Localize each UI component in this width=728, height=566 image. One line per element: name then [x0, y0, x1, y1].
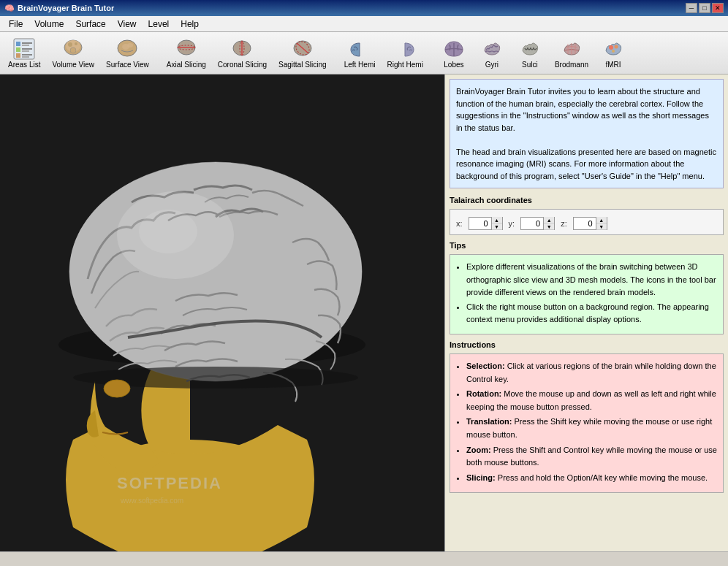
svg-point-29	[612, 50, 615, 53]
axial-slicing-icon	[175, 37, 198, 61]
close-button[interactable]: ✕	[712, 3, 724, 13]
maximize-button[interactable]: □	[699, 3, 710, 13]
coronal-slicing-label: Coronal Slicing	[218, 61, 267, 69]
svg-rect-4	[22, 42, 32, 44]
left-hemi-icon	[348, 37, 371, 61]
window-title: 🧠 BrainVoyager Brain Tutor	[4, 4, 114, 13]
sulci-button[interactable]: Sulci	[512, 34, 548, 72]
axial-slicing-button[interactable]: Axial Slicing	[162, 34, 211, 72]
surface-view-label: Surface View	[106, 61, 149, 69]
lobes-label: Lobes	[444, 61, 463, 69]
svg-rect-7	[22, 50, 29, 52]
z-spinners[interactable]: ▲ ▼	[596, 217, 607, 230]
status-bar	[0, 551, 728, 566]
info-box: BrainVoyager Brain Tutor invites you to …	[450, 79, 724, 188]
sulci-label: Sulci	[522, 61, 538, 69]
svg-rect-3	[16, 53, 20, 58]
fmri-icon	[602, 37, 625, 61]
svg-rect-9	[22, 56, 29, 58]
y-up[interactable]: ▲	[544, 217, 554, 223]
menu-surface[interactable]: Surface	[69, 18, 111, 31]
z-down[interactable]: ▼	[596, 223, 607, 230]
instructions-title: Instructions	[450, 340, 724, 349]
lobes-button[interactable]: Lobes	[436, 34, 472, 72]
areas-list-icon	[12, 37, 36, 61]
coronal-slicing-icon	[230, 37, 254, 61]
right-hemi-label: Right Hemi	[387, 61, 422, 69]
tips-box: Explore different visualizations of the …	[450, 254, 724, 334]
sulci-icon	[518, 37, 542, 61]
y-down[interactable]: ▼	[544, 223, 554, 230]
menu-file[interactable]: File	[3, 18, 29, 31]
sagittal-slicing-icon	[291, 37, 314, 61]
volume-view-button[interactable]: Volume View	[47, 34, 99, 72]
sagittal-slicing-button[interactable]: Sagittal Slicing	[273, 34, 332, 72]
instruction-rotation: Rotation: Move the mouse up and down as …	[466, 388, 717, 413]
z-up[interactable]: ▲	[596, 217, 607, 223]
svg-point-14	[70, 47, 76, 53]
areas-list-button[interactable]: Areas List	[3, 34, 45, 72]
axial-slicing-label: Axial Slicing	[167, 61, 206, 69]
volume-view-label: Volume View	[52, 61, 94, 69]
instruction-selection: Selection: Click at various regions of t…	[466, 360, 717, 386]
coronal-slicing-button[interactable]: Coronal Slicing	[213, 34, 272, 72]
brodmann-icon	[560, 37, 583, 61]
svg-point-12	[68, 42, 72, 47]
right-panel: BrainVoyager Brain Tutor invites you to …	[444, 74, 728, 551]
menu-help[interactable]: Help	[175, 18, 205, 31]
svg-point-38	[104, 380, 130, 397]
y-label: y:	[509, 219, 515, 228]
info-text-2: The head and brain visualizations presen…	[456, 146, 717, 183]
svg-rect-6	[22, 48, 32, 50]
title-bar: 🧠 BrainVoyager Brain Tutor ─ □ ✕	[0, 0, 728, 16]
sagittal-slicing-label: Sagittal Slicing	[278, 61, 327, 69]
right-hemi-button[interactable]: Right Hemi	[382, 34, 428, 72]
svg-point-33	[69, 162, 362, 381]
brodmann-button[interactable]: Brodmann	[550, 34, 594, 72]
left-hemi-button[interactable]: Left Hemi	[339, 34, 381, 72]
y-input[interactable]: ▲ ▼	[520, 217, 555, 230]
svg-rect-2	[16, 47, 20, 52]
svg-rect-8	[22, 54, 32, 56]
menu-volume[interactable]: Volume	[29, 18, 69, 31]
info-text-1: BrainVoyager Brain Tutor invites you to …	[456, 85, 717, 134]
menu-view[interactable]: View	[112, 18, 143, 31]
svg-point-36	[139, 210, 197, 253]
svg-point-17	[127, 43, 133, 47]
svg-point-13	[75, 42, 77, 45]
tip-2: Click the right mouse button on a backgr…	[466, 301, 717, 326]
talairach-box: x: ▲ ▼ y: ▲ ▼ z:	[450, 209, 724, 235]
x-spinners[interactable]: ▲ ▼	[491, 217, 502, 230]
svg-rect-5	[22, 45, 29, 46]
tips-title: Tips	[450, 241, 724, 250]
menu-level[interactable]: Level	[143, 18, 175, 31]
minimize-button[interactable]: ─	[686, 3, 697, 13]
instruction-translation: Translation: Press the Shift key while m…	[466, 416, 717, 441]
x-input[interactable]: ▲ ▼	[469, 217, 503, 230]
z-value[interactable]	[574, 219, 596, 228]
z-input[interactable]: ▲ ▼	[573, 217, 607, 230]
y-spinners[interactable]: ▲ ▼	[543, 217, 554, 230]
x-up[interactable]: ▲	[492, 217, 502, 223]
gyri-button[interactable]: Gyri	[474, 34, 510, 72]
toolbar: Areas List Volume View Surface View	[0, 32, 728, 74]
right-hemi-icon	[393, 37, 417, 61]
svg-rect-1	[16, 42, 20, 46]
fmri-label: fMRI	[605, 61, 621, 69]
gyri-label: Gyri	[485, 61, 498, 69]
x-label: x:	[456, 219, 463, 228]
areas-list-label: Areas List	[8, 61, 40, 69]
left-hemi-label: Left Hemi	[344, 61, 376, 69]
y-value[interactable]	[521, 219, 543, 228]
x-down[interactable]: ▼	[492, 223, 502, 230]
menu-bar: File Volume Surface View Level Help	[0, 16, 728, 32]
fmri-button[interactable]: fMRI	[595, 34, 632, 72]
instructions-box: Selection: Click at various regions of t…	[450, 353, 724, 493]
instruction-zoom: Zoom: Press the Shift and Control key wh…	[466, 444, 717, 470]
window-controls[interactable]: ─ □ ✕	[686, 3, 724, 13]
gyri-icon	[480, 37, 504, 61]
brain-view[interactable]: SOFTPEDIA www.softpedia.com	[0, 74, 444, 551]
surface-view-button[interactable]: Surface View	[101, 34, 154, 72]
talairach-title: Talairach coordinates	[450, 196, 724, 204]
x-value[interactable]	[469, 219, 491, 228]
